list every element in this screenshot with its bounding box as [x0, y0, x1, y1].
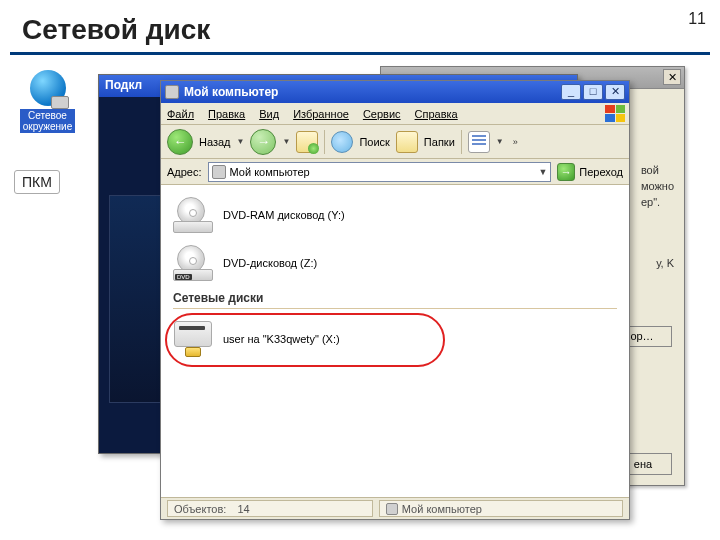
back-dropdown-icon[interactable]: ▼: [237, 137, 245, 146]
globe-icon: [30, 70, 66, 106]
network-places-desktop-icon[interactable]: Сетевое окружение: [20, 70, 75, 133]
pkm-callout: ПКМ: [14, 170, 60, 194]
window-title: Мой компьютер: [184, 85, 559, 99]
address-dropdown-icon[interactable]: ▼: [538, 167, 547, 177]
folders-icon[interactable]: [396, 131, 418, 153]
go-icon: [557, 163, 575, 181]
explorer-titlebar[interactable]: Мой компьютер _ □ ✕: [161, 81, 629, 103]
status-bar: Объектов: 14 Мой компьютер: [161, 497, 629, 519]
status-objects: Объектов: 14: [167, 500, 373, 517]
title-underline: [10, 52, 710, 55]
back-button[interactable]: ←: [167, 129, 193, 155]
desktop-icon-label: Сетевое окружение: [20, 109, 75, 133]
minimize-button[interactable]: _: [561, 84, 581, 100]
views-dropdown-icon[interactable]: ▼: [496, 137, 504, 146]
slide-title: Сетевой диск: [22, 14, 210, 46]
toolbar: ← Назад ▼ → ▼ Поиск Папки ▼ »: [161, 125, 629, 159]
forward-dropdown-icon[interactable]: ▼: [282, 137, 290, 146]
group-network-drives: Сетевые диски: [173, 291, 617, 309]
menu-view[interactable]: Вид: [259, 108, 279, 120]
optical-drive-icon: [173, 197, 213, 233]
address-value: Мой компьютер: [230, 166, 310, 178]
my-computer-icon: [386, 503, 398, 515]
drive-label: DVD-дисковод (Z:): [223, 257, 317, 269]
menu-edit[interactable]: Правка: [208, 108, 245, 120]
menu-help[interactable]: Справка: [415, 108, 458, 120]
drive-letter-fragment: у, K: [656, 257, 674, 269]
drive-dvd[interactable]: DVD DVD-дисковод (Z:): [173, 241, 617, 285]
close-button[interactable]: ✕: [663, 69, 681, 85]
drive-dvd-ram[interactable]: DVD-RAM дисковод (Y:): [173, 193, 617, 237]
search-icon[interactable]: [331, 131, 353, 153]
menubar: Файл Правка Вид Избранное Сервис Справка: [161, 103, 629, 125]
forward-button[interactable]: →: [250, 129, 276, 155]
windows-flag-icon: [605, 105, 625, 122]
search-label: Поиск: [359, 136, 389, 148]
up-button[interactable]: [296, 131, 318, 153]
address-label: Адрес:: [167, 166, 202, 178]
menu-file[interactable]: Файл: [167, 108, 194, 120]
go-button[interactable]: Переход: [557, 163, 623, 181]
back-label: Назад: [199, 136, 231, 148]
explorer-content[interactable]: DVD-RAM дисковод (Y:) DVD DVD-дисковод (…: [161, 185, 629, 497]
menu-favorites[interactable]: Избранное: [293, 108, 349, 120]
views-button[interactable]: [468, 131, 490, 153]
maximize-button[interactable]: □: [583, 84, 603, 100]
toolbar-separator: [324, 130, 325, 154]
my-computer-icon: [212, 165, 226, 179]
dialog-text-fragment: вой можно ер".: [641, 163, 674, 211]
toolbar-overflow[interactable]: »: [510, 137, 521, 147]
red-highlight: [165, 313, 445, 367]
optical-drive-icon: DVD: [173, 245, 213, 281]
menu-tools[interactable]: Сервис: [363, 108, 401, 120]
toolbar-separator: [461, 130, 462, 154]
my-computer-icon: [165, 85, 179, 99]
address-field[interactable]: Мой компьютер ▼: [208, 162, 552, 182]
status-location: Мой компьютер: [379, 500, 623, 517]
close-button[interactable]: ✕: [605, 84, 625, 100]
folders-label: Папки: [424, 136, 455, 148]
drive-label: DVD-RAM дисковод (Y:): [223, 209, 345, 221]
explorer-window: Мой компьютер _ □ ✕ Файл Правка Вид Избр…: [160, 80, 630, 520]
address-bar: Адрес: Мой компьютер ▼ Переход: [161, 159, 629, 185]
slide-number: 11: [688, 10, 706, 28]
